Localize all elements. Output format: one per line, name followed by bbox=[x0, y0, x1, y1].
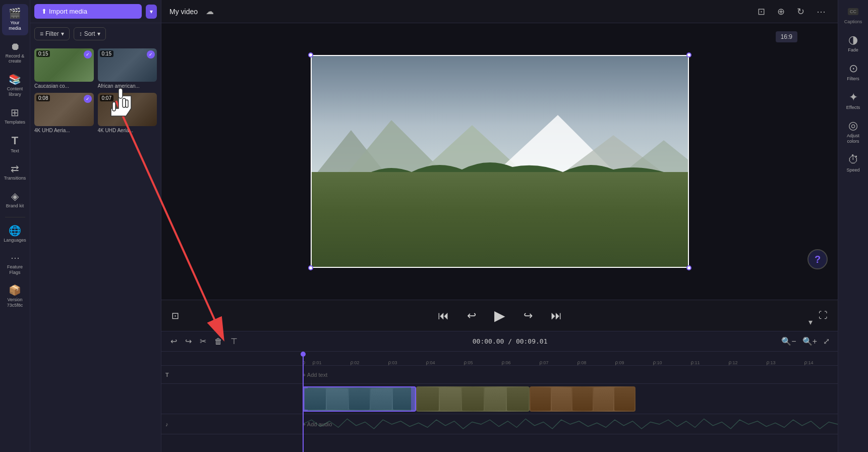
cut-button[interactable]: ✂ bbox=[197, 334, 209, 348]
sidebar-item-label: Feature Flags bbox=[4, 264, 26, 275]
sidebar-item-languages[interactable]: 🌐 Languages bbox=[2, 221, 28, 247]
text-icon: T bbox=[12, 135, 18, 146]
fullscreen-button[interactable]: ⛶ bbox=[819, 310, 828, 321]
sidebar-item-feature-flags[interactable]: ⋯ Feature Flags bbox=[2, 249, 28, 279]
delete-button[interactable]: 🗑 bbox=[211, 335, 225, 348]
selection-handle-tl[interactable] bbox=[308, 52, 313, 58]
ruler-mark: 0:14 bbox=[804, 360, 838, 365]
step-back-button[interactable]: ↩ bbox=[463, 307, 480, 324]
video-canvas[interactable] bbox=[310, 54, 690, 269]
selection-handle-br[interactable] bbox=[686, 265, 691, 270]
right-panel-item-captions[interactable]: CC Captions bbox=[840, 4, 866, 28]
skip-to-end-button[interactable]: ⏭ bbox=[547, 307, 566, 324]
right-panel-item-effects[interactable]: ✦ Effects bbox=[840, 88, 866, 115]
ruler-mark: 0:11 bbox=[691, 360, 729, 365]
selection-handle-bl[interactable] bbox=[308, 265, 313, 270]
crop-button[interactable]: ⊡ bbox=[754, 4, 769, 19]
upload-icon: ⬆ bbox=[41, 8, 47, 15]
filters-icon: ⊙ bbox=[849, 63, 858, 74]
add-audio-button[interactable]: + Add audio bbox=[303, 417, 332, 431]
project-title: My video ☁ bbox=[169, 5, 218, 18]
right-panel-item-fade[interactable]: ◑ Fade bbox=[840, 30, 866, 57]
ruler-mark: 0:10 bbox=[653, 360, 691, 365]
ruler-mark: 0:03 bbox=[388, 360, 426, 365]
sidebar-item-label: Content library bbox=[4, 86, 26, 97]
video-clip[interactable] bbox=[416, 386, 530, 412]
zoom-in-button[interactable]: 🔍+ bbox=[800, 334, 819, 348]
captions-label: Captions bbox=[844, 19, 862, 24]
clip-end-handle[interactable] bbox=[411, 387, 415, 411]
audio-track: ♪ + Add audio bbox=[161, 414, 838, 434]
undo-button[interactable]: ↩ bbox=[167, 334, 180, 348]
rotate-button[interactable]: ↻ bbox=[793, 4, 808, 19]
split-button[interactable]: ⊤ bbox=[227, 334, 241, 348]
filter-sort-row: ≡ Filter ▾ ↕ Sort ▾ bbox=[30, 23, 161, 44]
selected-check: ✓ bbox=[84, 50, 92, 59]
media-grid: 0:15 ✓ Caucasian co... 0:15 ✓ African am… bbox=[30, 44, 161, 137]
help-button[interactable]: ? bbox=[807, 249, 828, 269]
record-icon: ⏺ bbox=[10, 41, 20, 51]
sort-label: Sort bbox=[84, 30, 95, 37]
ruler-mark: 0:01 bbox=[313, 360, 351, 365]
media-item: 0:15 ✓ African american... bbox=[98, 48, 157, 89]
ruler-mark: 0:12 bbox=[729, 360, 767, 365]
sidebar-item-your-media[interactable]: 🎬 Your media bbox=[2, 4, 28, 35]
media-panel-header: ⬆ Import media ▾ bbox=[30, 0, 161, 23]
timeline-tracks: T + Add text ⏸ bbox=[161, 366, 838, 452]
sidebar-item-content-library[interactable]: 📚 Content library bbox=[2, 70, 28, 101]
selected-check: ✓ bbox=[84, 95, 92, 103]
selection-handle-tr[interactable] bbox=[686, 52, 691, 58]
effects-label: Effects bbox=[846, 105, 860, 110]
video-track-content: ⏸ bbox=[303, 386, 838, 412]
timeline-time: 00:00.00 / 00:09.01 bbox=[243, 337, 777, 345]
project-name[interactable]: My video bbox=[169, 8, 198, 16]
video-clip[interactable]: ⏸ bbox=[303, 386, 416, 412]
media-thumbnail[interactable]: 0:15 ✓ bbox=[98, 48, 157, 82]
zoom-out-button[interactable]: 🔍− bbox=[779, 334, 798, 348]
adjust-colors-icon: ◎ bbox=[848, 120, 858, 131]
media-thumbnail[interactable]: 0:15 ✓ bbox=[34, 48, 94, 82]
speed-label: Speed bbox=[846, 167, 859, 173]
ruler-mark: 0:06 bbox=[502, 360, 540, 365]
media-item: 0:15 ✓ Caucasian co... bbox=[34, 48, 94, 89]
media-thumbnail[interactable]: 0:08 ✓ bbox=[34, 93, 94, 126]
sidebar-item-templates[interactable]: ⊞ Templates bbox=[2, 103, 28, 129]
media-item: 0:07 4K UHD Aeria... bbox=[98, 93, 157, 133]
play-pause-button[interactable]: ▶ bbox=[490, 305, 509, 326]
sidebar-item-brand-kit[interactable]: ◈ Brand kit bbox=[2, 187, 28, 213]
audio-track-content: + Add audio bbox=[303, 417, 838, 431]
sidebar-item-text[interactable]: T Text bbox=[2, 131, 28, 158]
chevron-down-icon[interactable]: ▾ bbox=[808, 317, 813, 327]
transitions-icon: ⇄ bbox=[11, 163, 19, 174]
aspect-ratio-badge: 16:9 bbox=[776, 31, 797, 42]
import-media-button[interactable]: ⬆ Import media bbox=[34, 4, 142, 19]
step-forward-button[interactable]: ↪ bbox=[519, 307, 537, 324]
sort-icon: ↕ bbox=[79, 30, 82, 37]
media-item: 0:08 ✓ 4K UHD Aeria... bbox=[34, 93, 94, 133]
media-thumbnail[interactable]: 0:07 bbox=[98, 93, 157, 126]
sort-button[interactable]: ↕ Sort ▾ bbox=[74, 27, 106, 40]
right-panel-item-speed[interactable]: ⏱ Speed bbox=[840, 150, 866, 177]
right-panel: CC Captions ◑ Fade ⊙ Filters ✦ Effects ◎… bbox=[838, 0, 868, 452]
rewind-to-start-button[interactable]: ⏮ bbox=[434, 307, 453, 324]
ruler-mark: 0:08 bbox=[577, 360, 615, 365]
more-options-button[interactable]: ⋯ bbox=[813, 4, 830, 19]
video-clip[interactable] bbox=[530, 386, 635, 412]
sidebar-item-version: 📦 Version 73c5f8c bbox=[2, 281, 28, 312]
fit-timeline-button[interactable]: ⤢ bbox=[821, 334, 832, 348]
text-icon: T bbox=[165, 372, 169, 378]
media-panel: ⬆ Import media ▾ ≡ Filter ▾ ↕ Sort ▾ 0:1… bbox=[30, 0, 161, 452]
right-panel-item-filters[interactable]: ⊙ Filters bbox=[840, 59, 866, 86]
right-panel-item-adjust-colors[interactable]: ◎ Adjust colors bbox=[840, 116, 866, 148]
import-dropdown-button[interactable]: ▾ bbox=[146, 5, 157, 19]
crop-timeline-button[interactable]: ⊡ bbox=[171, 310, 179, 321]
redo-button[interactable]: ↪ bbox=[182, 334, 195, 348]
zoom-button[interactable]: ⊕ bbox=[773, 4, 789, 19]
sidebar-item-record-create[interactable]: ⏺ Record & create bbox=[2, 37, 28, 69]
sidebar-item-transitions[interactable]: ⇄ Transitions bbox=[2, 159, 28, 185]
add-text-button[interactable]: + Add text bbox=[303, 368, 327, 382]
cloud-save-button[interactable]: ☁ bbox=[202, 5, 218, 18]
filter-button[interactable]: ≡ Filter ▾ bbox=[34, 27, 70, 40]
ruler-mark: 0:02 bbox=[351, 360, 388, 365]
effects-icon: ✦ bbox=[849, 92, 858, 103]
